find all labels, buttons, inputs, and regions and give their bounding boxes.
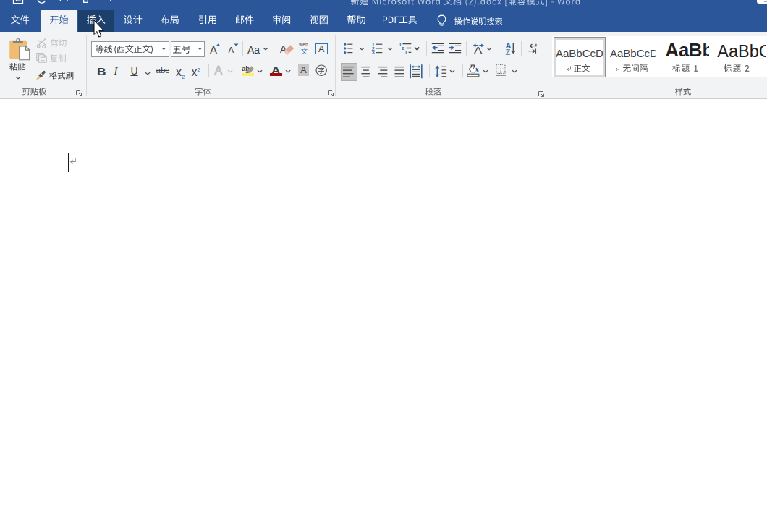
svg-text:a: a [402,46,404,51]
svg-text:3: 3 [372,50,375,55]
svg-text:i: i [405,50,407,55]
svg-text:Z: Z [505,48,510,56]
